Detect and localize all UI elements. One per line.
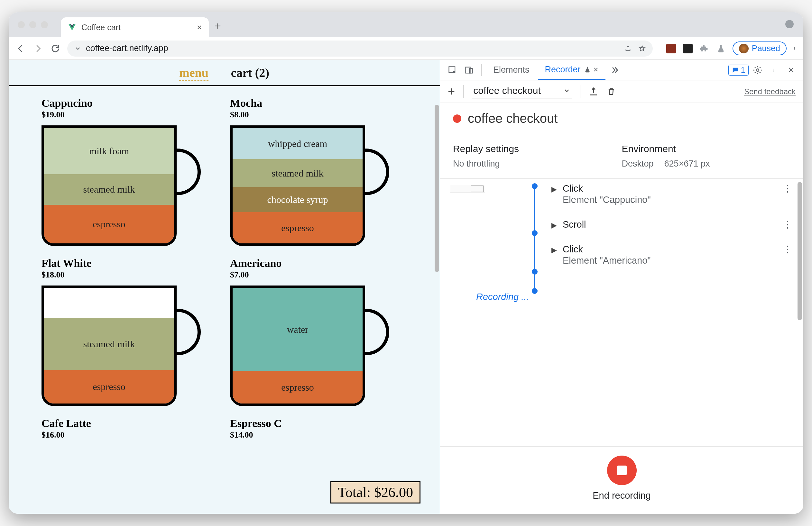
page-scrollbar[interactable] xyxy=(435,105,439,272)
product-card[interactable]: Cafe Latte$16.00 xyxy=(42,417,215,440)
tab-elements[interactable]: Elements xyxy=(486,60,537,80)
recording-status: Recording ... xyxy=(476,291,792,302)
expand-chevron-icon[interactable]: ▶ xyxy=(551,246,557,254)
close-tab-icon[interactable]: × xyxy=(197,22,202,32)
step-row[interactable]: ▶ClickElement "Cappucino"⋮ xyxy=(533,182,792,218)
extension-icon-2[interactable] xyxy=(683,44,693,54)
new-tab-button[interactable]: + xyxy=(215,20,221,32)
step-menu-icon[interactable]: ⋮ xyxy=(783,243,792,255)
product-card[interactable]: Mocha$8.00whipped creamsteamed milkchoco… xyxy=(230,97,404,247)
flask-small-icon xyxy=(584,66,591,73)
device-toolbar-icon[interactable] xyxy=(461,65,477,75)
kebab-menu-icon[interactable] xyxy=(794,44,797,54)
product-card[interactable]: Americano$7.00waterespresso xyxy=(230,257,404,408)
puzzle-icon[interactable] xyxy=(700,44,709,54)
cup-layer: steamed milk xyxy=(44,174,174,205)
step-menu-icon[interactable]: ⋮ xyxy=(783,219,792,230)
product-card[interactable]: Cappucino$19.00milk foamsteamed milkespr… xyxy=(42,97,215,247)
product-name: Flat White xyxy=(42,257,215,269)
step-thumbnail[interactable] xyxy=(450,184,485,193)
product-price: $16.00 xyxy=(42,430,215,440)
step-row[interactable]: ▶ClickElement "Americano"⋮ xyxy=(533,243,792,279)
svg-point-8 xyxy=(773,70,774,71)
flask-icon[interactable] xyxy=(716,44,725,53)
zoom-window-icon[interactable] xyxy=(41,21,48,28)
recording-settings: Replay settings No throttling Environmen… xyxy=(440,135,803,179)
devtools-tabbar: Elements Recorder × 1 × xyxy=(440,60,803,80)
step-title: Click xyxy=(563,183,583,194)
share-icon[interactable] xyxy=(624,45,632,52)
cup-handle xyxy=(363,149,389,195)
env-device: Desktop xyxy=(622,159,654,169)
cup-layer: whipped cream xyxy=(233,128,363,159)
more-tabs-icon[interactable] xyxy=(607,65,622,75)
recording-select[interactable]: coffee checkout xyxy=(472,85,572,99)
export-icon[interactable] xyxy=(589,87,598,96)
devtools-kebab-icon[interactable] xyxy=(767,65,782,75)
extension-icon-1[interactable] xyxy=(666,44,676,54)
devtools-close-icon[interactable]: × xyxy=(783,64,799,76)
window-controls[interactable] xyxy=(18,21,48,28)
product-card[interactable]: Flat White$18.00steamed milkespresso xyxy=(42,257,215,408)
close-window-icon[interactable] xyxy=(18,21,25,28)
product-name: Mocha xyxy=(230,97,404,109)
forward-button[interactable] xyxy=(32,43,43,54)
send-feedback-link[interactable]: Send feedback xyxy=(744,87,796,96)
inspect-element-icon[interactable] xyxy=(445,65,460,75)
timeline-node xyxy=(532,288,538,294)
step-subtitle: Element "Americano" xyxy=(563,255,651,266)
bookmark-star-icon[interactable] xyxy=(639,45,646,52)
delete-icon[interactable] xyxy=(607,87,616,96)
expand-chevron-icon[interactable]: ▶ xyxy=(551,185,557,194)
recording-dot-icon xyxy=(453,115,461,123)
total-button[interactable]: Total: $26.00 xyxy=(330,481,420,504)
step-title: Click xyxy=(563,244,583,254)
step-title: Scroll xyxy=(563,219,586,229)
product-name: Americano xyxy=(230,257,404,269)
recording-title: coffee checkout xyxy=(468,111,557,126)
env-size: 625×671 px xyxy=(659,159,710,169)
product-name: Cafe Latte xyxy=(42,417,215,430)
minimize-window-icon[interactable] xyxy=(29,21,37,28)
message-icon xyxy=(732,66,739,74)
product-card[interactable]: Espresso C$14.00 xyxy=(230,417,404,440)
issues-badge[interactable]: 1 xyxy=(728,65,749,76)
paused-label: Paused xyxy=(752,43,780,54)
stop-recording-button[interactable] xyxy=(607,455,637,485)
tab-strip: Coffee cart × + xyxy=(9,12,803,37)
cup-graphic: whipped creamsteamed milkchocolate syrup… xyxy=(230,125,389,247)
settings-gear-icon[interactable] xyxy=(750,65,765,75)
back-button[interactable] xyxy=(15,43,26,54)
env-heading: Environment xyxy=(622,144,791,154)
url-field[interactable]: coffee-cart.netlify.app xyxy=(67,41,653,57)
new-recording-icon[interactable]: + xyxy=(448,85,455,99)
cup-handle xyxy=(174,149,201,195)
stop-icon xyxy=(617,466,627,475)
svg-point-6 xyxy=(756,69,759,71)
step-row[interactable]: ▶Scroll⋮ xyxy=(533,218,792,243)
tab-recorder[interactable]: Recorder × xyxy=(538,60,606,80)
cup-layer: espresso xyxy=(233,212,363,243)
replay-value[interactable]: No throttling xyxy=(453,159,622,169)
reload-button[interactable] xyxy=(50,43,61,54)
product-name: Espresso C xyxy=(230,417,404,430)
steps-area: ▶ClickElement "Cappucino"⋮▶Scroll⋮▶Click… xyxy=(440,179,803,446)
browser-tab[interactable]: Coffee cart × xyxy=(61,17,209,37)
svg-point-2 xyxy=(794,49,795,50)
nav-cart-link[interactable]: cart (2) xyxy=(231,65,269,81)
replay-heading: Replay settings xyxy=(453,144,622,154)
expand-chevron-icon[interactable]: ▶ xyxy=(551,221,557,229)
address-bar: coffee-cart.netlify.app Paused xyxy=(9,37,803,60)
close-recorder-icon[interactable]: × xyxy=(594,65,598,75)
workspace: menu cart (2) Cappucino$19.00milk foamst… xyxy=(9,60,803,514)
nav-menu-link[interactable]: menu xyxy=(179,65,208,81)
cup-handle xyxy=(174,309,201,355)
profile-paused-pill[interactable]: Paused xyxy=(733,42,787,55)
step-menu-icon[interactable]: ⋮ xyxy=(783,183,792,194)
vue-favicon-icon xyxy=(68,23,76,31)
cup-layer: chocolate syrup xyxy=(233,187,363,212)
devtools-panel: Elements Recorder × 1 × xyxy=(440,60,803,514)
cup-layer: milk foam xyxy=(44,128,174,174)
cup-layer xyxy=(44,288,174,318)
steps-scrollbar[interactable] xyxy=(798,182,802,320)
